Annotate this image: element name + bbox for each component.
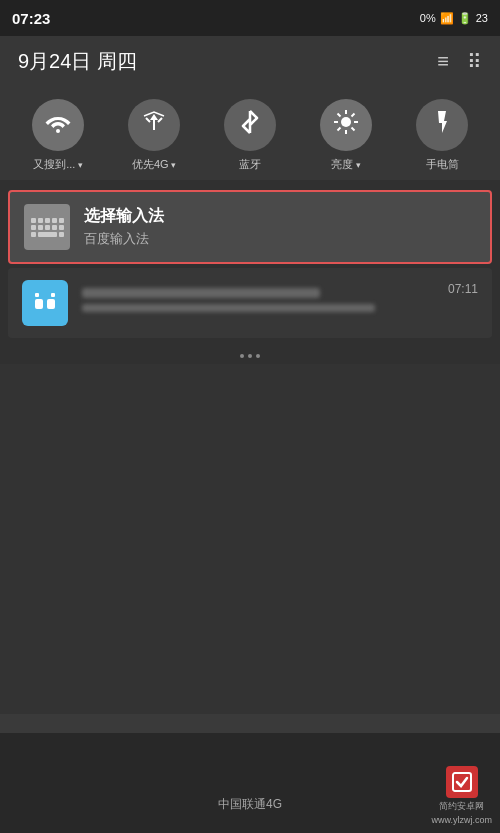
priority4g-label: 优先4G	[132, 157, 176, 172]
status-time: 07:23	[12, 10, 50, 27]
menu-icon[interactable]: ≡	[437, 50, 449, 74]
main-content-area	[0, 364, 500, 714]
bluetooth-tile-circle	[224, 99, 276, 151]
bluetooth-label: 蓝牙	[239, 157, 261, 172]
status-icons: 0% 📶 🔋 23	[420, 12, 488, 25]
site-name: 简约安卓网	[439, 800, 484, 813]
drag-dot-2	[248, 354, 252, 358]
svg-line-6	[338, 114, 341, 117]
drag-dots	[240, 354, 260, 358]
svg-rect-12	[47, 299, 55, 309]
brightness-tile[interactable]: 亮度	[320, 99, 372, 172]
drag-dot-1	[240, 354, 244, 358]
svg-point-0	[56, 129, 60, 133]
date-display: 9月24日 周四	[18, 48, 137, 75]
priority4g-tile-circle	[128, 99, 180, 151]
bottom-area: 中国联通4G 简约安卓网 www.ylzwj.com	[0, 733, 500, 833]
app-notification-time: 07:11	[448, 282, 478, 296]
site-logo-icon	[446, 766, 478, 798]
battery-percent: 0%	[420, 12, 436, 24]
app-notification-line1	[82, 288, 320, 298]
status-bar: 07:23 0% 📶 🔋 23	[0, 0, 500, 36]
svg-line-8	[352, 114, 355, 117]
input-method-subtitle: 百度输入法	[84, 230, 476, 248]
flashlight-label: 手电筒	[426, 157, 459, 172]
quick-settings-row: 又搜到... 优先4G	[0, 85, 500, 180]
bluetooth-icon	[240, 109, 260, 141]
svg-line-9	[338, 128, 341, 131]
notification-panel: 9月24日 周四 ≡ ⠿ 又搜到...	[0, 36, 500, 364]
app-notification-line2	[82, 304, 375, 312]
drag-handle[interactable]	[0, 348, 500, 364]
app-notification-text	[82, 288, 448, 318]
priority4g-icon	[142, 110, 166, 140]
carrier-label: 中国联通4G	[218, 796, 282, 813]
signal-icons: 📶	[440, 12, 454, 25]
wifi-label: 又搜到...	[33, 157, 83, 172]
bottom-logo: 简约安卓网 www.ylzwj.com	[431, 766, 492, 825]
drag-dot-3	[256, 354, 260, 358]
svg-rect-11	[35, 299, 43, 309]
wifi-status-icon: 🔋	[458, 12, 472, 25]
svg-line-7	[352, 128, 355, 131]
input-method-content: 选择输入法 百度输入法	[84, 206, 476, 248]
date-header: 9月24日 周四 ≡ ⠿	[0, 36, 500, 85]
wifi-tile[interactable]: 又搜到...	[32, 99, 84, 172]
notifications-area: 选择输入法 百度输入法 07:11	[0, 180, 500, 348]
app-notification-icon	[22, 280, 68, 326]
brightness-tile-circle	[320, 99, 372, 151]
input-method-icon	[24, 204, 70, 250]
svg-rect-13	[35, 293, 39, 297]
app-notification[interactable]: 07:11	[8, 268, 492, 338]
flashlight-tile-circle	[416, 99, 468, 151]
svg-rect-14	[51, 293, 55, 297]
svg-rect-15	[453, 773, 471, 791]
brightness-label: 亮度	[331, 157, 361, 172]
grid-icon[interactable]: ⠿	[467, 50, 482, 74]
battery-number: 23	[476, 12, 488, 24]
bluetooth-tile[interactable]: 蓝牙	[224, 99, 276, 172]
header-icons: ≡ ⠿	[437, 50, 482, 74]
input-method-notification[interactable]: 选择输入法 百度输入法	[8, 190, 492, 264]
priority4g-tile[interactable]: 优先4G	[128, 99, 180, 172]
site-url: www.ylzwj.com	[431, 815, 492, 825]
brightness-icon	[333, 109, 359, 141]
keyboard-grid-icon	[31, 218, 64, 237]
input-method-title: 选择输入法	[84, 206, 476, 227]
wifi-icon	[45, 111, 71, 139]
wifi-tile-circle	[32, 99, 84, 151]
flashlight-icon	[431, 109, 453, 141]
flashlight-tile[interactable]: 手电筒	[416, 99, 468, 172]
